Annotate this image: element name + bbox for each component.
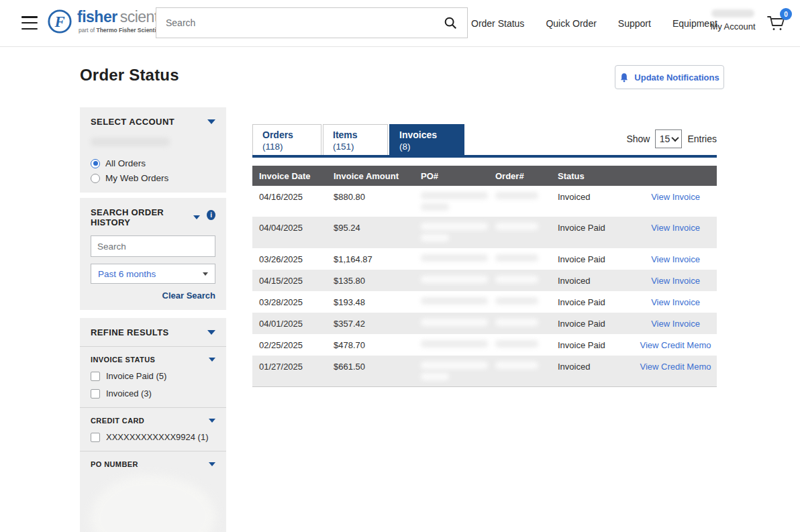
entries-per-page-select[interactable]: 15	[655, 129, 682, 148]
action-cell: View Invoice	[634, 217, 717, 233]
view-invoice-link[interactable]: View Invoice	[651, 223, 700, 233]
clear-search-link[interactable]: Clear Search	[91, 290, 215, 301]
filter-group-invoice-status: INVOICE STATUSInvoice Paid (5)Invoiced (…	[91, 346, 215, 398]
show-entries-control: Show 15 Entries	[626, 129, 717, 148]
invoice-amount-cell: $135.80	[327, 270, 414, 286]
invoice-amount-cell: $478.70	[327, 334, 414, 350]
order-number-redacted	[495, 340, 538, 348]
po-number-cell	[414, 217, 489, 242]
view-invoice-link[interactable]: View Invoice	[651, 319, 700, 329]
action-cell: View Invoice	[634, 270, 717, 286]
filter-checkbox-option[interactable]: Invoiced (3)	[91, 388, 215, 398]
action-cell: View Invoice	[634, 313, 717, 329]
order-number-redacted	[495, 319, 538, 326]
update-notifications-button[interactable]: Update Notifications	[615, 65, 724, 89]
table-row: 02/25/2025$478.70Invoice PaidView Credit…	[252, 334, 717, 356]
search-icon[interactable]	[443, 15, 458, 30]
account-name-redacted	[711, 9, 754, 17]
status-cell: Invoiced	[551, 186, 634, 202]
po-number-cell	[414, 313, 489, 326]
view-invoice-link[interactable]: View Invoice	[651, 297, 700, 307]
view-invoice-link[interactable]: View Invoice	[651, 276, 700, 286]
chevron-down-icon	[203, 272, 208, 276]
action-cell: View Invoice	[634, 186, 717, 202]
order-number-redacted	[495, 223, 538, 230]
filter-group-header[interactable]: INVOICE STATUS	[91, 356, 215, 364]
po-number-redacted	[421, 234, 449, 242]
radio-all-orders[interactable]: All Orders	[91, 158, 215, 168]
order-number-cell	[489, 291, 551, 305]
filter-checkbox-option[interactable]: Invoice Paid (5)	[91, 371, 215, 381]
my-account-menu[interactable]: My Account	[709, 8, 757, 32]
invoices-table: Invoice DateInvoice AmountPO#Order#Statu…	[252, 166, 717, 387]
invoice-date-cell: 04/01/2025	[252, 313, 327, 329]
table-row: 04/16/2025$880.80InvoicedView Invoice	[252, 186, 717, 217]
invoice-date-cell: 04/16/2025	[252, 186, 327, 202]
date-range-select[interactable]: Past 6 months	[91, 264, 215, 284]
table-header-row: Invoice DateInvoice AmountPO#Order#Statu…	[252, 166, 717, 186]
filter-checkbox-option[interactable]: XXXXXXXXXXXX9924 (1)	[91, 432, 215, 442]
view-invoice-link[interactable]: View Invoice	[651, 254, 700, 264]
table-row: 04/01/2025$357.42Invoice PaidView Invoic…	[252, 313, 717, 334]
action-cell: View Credit Memo	[634, 334, 717, 350]
invoice-date-cell: 03/28/2025	[252, 291, 327, 307]
nav-link-order-status[interactable]: Order Status	[471, 18, 524, 29]
action-cell: View Credit Memo	[634, 356, 717, 372]
po-number-redacted	[421, 192, 488, 199]
select-account-header[interactable]: SELECT ACCOUNT	[91, 117, 215, 127]
nav-link-support[interactable]: Support	[618, 18, 651, 29]
show-label: Show	[626, 134, 650, 144]
refine-results-header[interactable]: REFINE RESULTS	[91, 327, 215, 337]
column-header: PO#	[414, 171, 489, 181]
order-number-cell	[489, 248, 551, 262]
order-number-redacted	[495, 254, 538, 262]
view-invoice-link[interactable]: View Credit Memo	[640, 362, 711, 372]
action-cell: View Invoice	[634, 248, 717, 264]
order-number-redacted	[495, 192, 538, 199]
table-row: 03/26/2025$1,164.87Invoice PaidView Invo…	[252, 248, 717, 270]
view-invoice-link[interactable]: View Invoice	[651, 192, 700, 202]
search-order-history-header[interactable]: SEARCH ORDER HISTORY i	[91, 207, 215, 227]
status-cell: Invoice Paid	[551, 217, 634, 233]
tab-items[interactable]: Items(151)	[323, 124, 388, 155]
checkbox-icon	[91, 389, 100, 398]
invoice-amount-cell: $1,164.87	[327, 248, 414, 264]
info-icon[interactable]: i	[207, 210, 215, 220]
chevron-down-icon	[209, 462, 215, 466]
chevron-down-icon	[193, 215, 200, 219]
global-search-input[interactable]	[156, 17, 443, 28]
header-nav: Order StatusQuick OrderSupportEquipment	[471, 0, 717, 47]
po-number-redacted	[421, 254, 488, 262]
po-number-redacted	[421, 203, 449, 211]
tab-invoices[interactable]: Invoices(8)	[389, 124, 464, 155]
status-cell: Invoiced	[551, 356, 634, 372]
column-header: Invoice Date	[252, 171, 327, 181]
filter-group-header[interactable]: CREDIT CARD	[91, 417, 215, 425]
tab-orders[interactable]: Orders(118)	[252, 124, 321, 155]
radio-my-web-orders[interactable]: My Web Orders	[91, 173, 215, 183]
order-number-redacted	[495, 297, 538, 305]
po-number-redacted-content	[91, 475, 215, 532]
status-cell: Invoiced	[551, 270, 634, 286]
order-results-panel: Orders(118)Items(151)Invoices(8) Show 15…	[252, 124, 717, 387]
view-invoice-link[interactable]: View Credit Memo	[640, 340, 711, 350]
order-number-cell	[489, 334, 551, 348]
nav-link-quick-order[interactable]: Quick Order	[546, 18, 596, 29]
po-number-cell	[414, 186, 489, 211]
invoice-date-cell: 02/25/2025	[252, 334, 327, 350]
cart-button[interactable]: 0	[765, 12, 788, 35]
column-header: Invoice Amount	[327, 171, 414, 181]
global-search-bar	[156, 7, 468, 38]
filter-group-header[interactable]: PO NUMBER	[91, 460, 215, 468]
top-header: F fisherscientific part of Thermo Fisher…	[0, 0, 800, 47]
hamburger-menu-icon[interactable]	[21, 16, 38, 30]
po-number-cell	[414, 356, 489, 380]
status-cell: Invoice Paid	[551, 334, 634, 350]
status-cell: Invoice Paid	[551, 291, 634, 307]
order-number-cell	[489, 313, 551, 326]
select-account-section: SELECT ACCOUNT All OrdersMy Web Orders	[80, 107, 226, 193]
order-number-redacted	[495, 362, 538, 369]
invoice-amount-cell: $357.42	[327, 313, 414, 329]
order-history-search-input[interactable]	[91, 242, 222, 252]
order-number-cell	[489, 356, 551, 369]
